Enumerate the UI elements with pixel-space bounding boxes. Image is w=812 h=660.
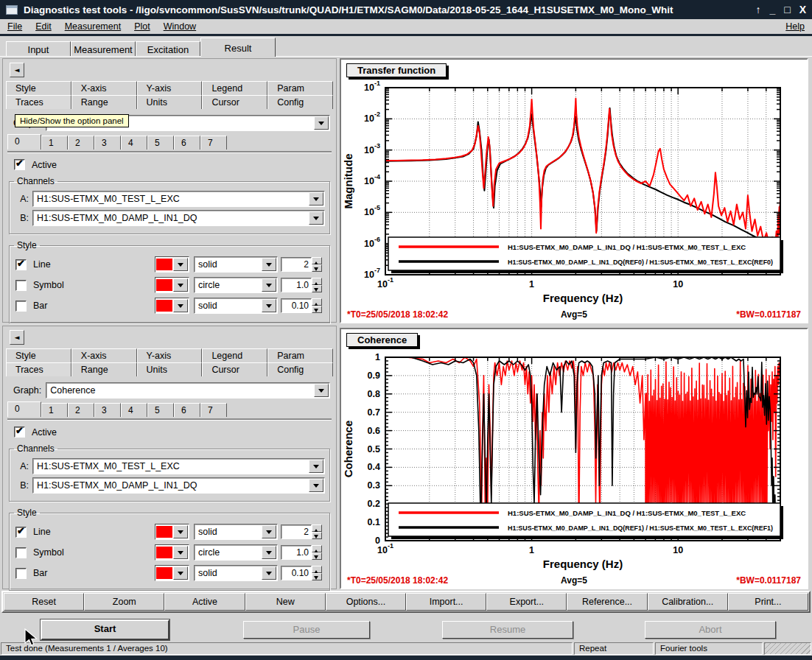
- channel-b-select[interactable]: H1:SUS-ETMX_M0_DAMP_L_IN1_DQ: [32, 477, 325, 494]
- pause-button[interactable]: Pause: [243, 621, 370, 639]
- line-width-stepper[interactable]: 2: [281, 524, 322, 539]
- spin-down-icon[interactable]: [312, 532, 322, 539]
- trace-tab[interactable]: 5: [147, 403, 174, 417]
- chevron-down-icon[interactable]: [262, 278, 276, 292]
- trace-tab[interactable]: 6: [174, 403, 200, 417]
- menu-item[interactable]: Plot: [134, 21, 150, 32]
- option-tab[interactable]: Style: [6, 348, 71, 362]
- trace-tab[interactable]: 1: [41, 403, 68, 417]
- bar-style-select[interactable]: solid: [194, 298, 278, 314]
- chevron-down-icon[interactable]: [309, 460, 323, 473]
- bar-width-stepper[interactable]: 0.10: [281, 566, 322, 580]
- line-width-stepper[interactable]: 2: [281, 257, 322, 272]
- spin-up-icon[interactable]: [312, 545, 322, 552]
- main-tab[interactable]: Measurement: [71, 41, 136, 57]
- spin-down-icon[interactable]: [312, 264, 322, 272]
- spin-up-icon[interactable]: [312, 524, 322, 532]
- main-tab[interactable]: Excitation: [136, 41, 200, 57]
- chevron-down-icon[interactable]: [173, 258, 188, 271]
- chevron-down-icon[interactable]: [262, 525, 276, 538]
- option-tab[interactable]: Y-axis: [137, 81, 203, 95]
- option-tab[interactable]: Range: [71, 95, 137, 109]
- chevron-down-icon[interactable]: [173, 278, 188, 292]
- option-tab[interactable]: Cursor: [202, 95, 267, 109]
- chevron-down-icon[interactable]: [262, 546, 276, 559]
- option-tab[interactable]: Config: [267, 95, 333, 109]
- toolbar-button[interactable]: Print...: [728, 593, 808, 611]
- chevron-down-icon[interactable]: [309, 192, 323, 206]
- trace-tab[interactable]: 1: [41, 136, 68, 150]
- chevron-down-icon[interactable]: [262, 566, 276, 580]
- line-style-select[interactable]: solid: [194, 256, 278, 273]
- line-checkbox[interactable]: [15, 259, 27, 270]
- chevron-down-icon[interactable]: [314, 116, 329, 130]
- toolbar-button[interactable]: Calibration...: [648, 593, 728, 611]
- trace-tab[interactable]: 3: [94, 136, 121, 150]
- bar-checkbox[interactable]: [15, 568, 27, 579]
- option-tab[interactable]: Param: [267, 348, 333, 362]
- option-tab[interactable]: Traces: [6, 95, 71, 109]
- maximize-icon[interactable]: □: [784, 1, 790, 18]
- titlebar[interactable]: Diagnostics test tools - /ligo/svncommon…: [0, 0, 812, 19]
- transfer-function-plot[interactable]: Transfer function 10-111010-710-610-510-…: [340, 58, 808, 323]
- trace-tab[interactable]: 2: [68, 136, 94, 150]
- chevron-down-icon[interactable]: [173, 566, 188, 580]
- chevron-down-icon[interactable]: [314, 384, 329, 397]
- trace-tab[interactable]: 7: [200, 136, 227, 150]
- abort-button[interactable]: Abort: [645, 621, 776, 639]
- toolbar-button[interactable]: Zoom: [84, 593, 164, 611]
- symbol-checkbox[interactable]: [15, 547, 27, 558]
- toolbar-button[interactable]: Options...: [326, 593, 406, 611]
- menu-item[interactable]: Measurement: [65, 21, 121, 32]
- line-checkbox[interactable]: [15, 527, 27, 538]
- main-tab[interactable]: Input: [6, 41, 71, 57]
- minimize-icon[interactable]: _: [769, 1, 775, 18]
- option-tab[interactable]: Legend: [202, 348, 267, 362]
- toolbar-button[interactable]: Reference...: [567, 593, 647, 611]
- chevron-down-icon[interactable]: [309, 211, 323, 225]
- chevron-down-icon[interactable]: [262, 299, 276, 312]
- trace-tab[interactable]: 4: [121, 403, 147, 417]
- menu-item-help[interactable]: Help: [785, 21, 805, 32]
- line-color-select[interactable]: [155, 524, 189, 540]
- close-icon[interactable]: X: [799, 1, 806, 18]
- symbol-checkbox[interactable]: [15, 280, 27, 291]
- trace-tab[interactable]: 5: [147, 136, 174, 150]
- trace-tab[interactable]: 3: [94, 403, 121, 417]
- option-tab[interactable]: Units: [137, 362, 203, 376]
- option-tab[interactable]: Range: [71, 362, 137, 376]
- spin-up-icon[interactable]: [312, 278, 322, 285]
- chevron-down-icon[interactable]: [262, 258, 276, 271]
- menu-item[interactable]: Edit: [35, 21, 52, 32]
- trace-tab[interactable]: 0: [7, 401, 41, 417]
- chevron-down-icon[interactable]: [173, 525, 188, 538]
- spin-down-icon[interactable]: [312, 306, 322, 313]
- trace-tab[interactable]: 4: [121, 136, 147, 150]
- main-tab[interactable]: Result: [200, 38, 276, 57]
- symbol-style-select[interactable]: circle: [194, 277, 278, 293]
- spin-down-icon[interactable]: [312, 552, 322, 560]
- option-tab[interactable]: Config: [267, 362, 333, 376]
- toolbar-button[interactable]: Reset: [4, 593, 84, 611]
- bar-checkbox[interactable]: [15, 301, 27, 312]
- option-tab[interactable]: Cursor: [202, 362, 267, 376]
- option-tab[interactable]: Units: [137, 95, 203, 109]
- coherence-plot[interactable]: Coherence 10-111000.10.20.30.40.50.60.70…: [340, 328, 808, 589]
- spin-up-icon[interactable]: [312, 257, 322, 264]
- shade-icon[interactable]: ↑: [755, 1, 760, 18]
- option-tab[interactable]: Style: [6, 81, 71, 95]
- collapse-left-icon[interactable]: ◄: [10, 330, 24, 345]
- channel-a-select[interactable]: H1:SUS-ETMX_M0_TEST_L_EXC: [32, 458, 325, 474]
- toolbar-button[interactable]: Import...: [406, 593, 486, 611]
- trace-tab[interactable]: 0: [7, 134, 41, 150]
- spin-down-icon[interactable]: [312, 573, 322, 580]
- bar-width-stepper[interactable]: 0.10: [281, 298, 322, 313]
- channel-b-select[interactable]: H1:SUS-ETMX_M0_DAMP_L_IN1_DQ: [32, 210, 325, 226]
- active-checkbox[interactable]: [14, 159, 25, 170]
- bar-color-select[interactable]: [155, 565, 189, 581]
- spin-up-icon[interactable]: [312, 566, 322, 573]
- resume-button[interactable]: Resume: [442, 621, 573, 639]
- graph-select[interactable]: Coherence: [46, 382, 330, 399]
- symbol-color-select[interactable]: [155, 277, 189, 293]
- toolbar-button[interactable]: Active: [164, 593, 245, 611]
